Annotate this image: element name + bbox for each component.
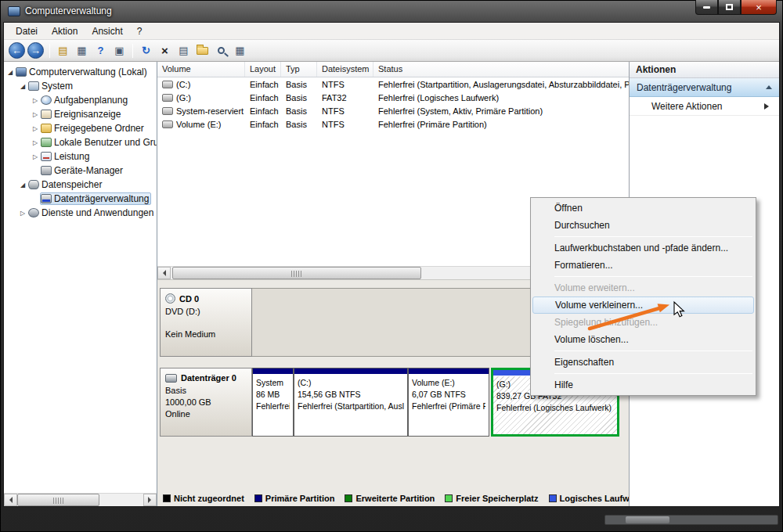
menu-item-eigenschaften[interactable]: Eigenschaften [532, 354, 754, 371]
partition-size: 6,07 GB NTFS [412, 389, 485, 401]
volume-status: Fehlerfrei (Startpartition, Auslagerungs… [373, 80, 629, 89]
partition-e[interactable]: Volume (E:) 6,07 GB NTFS Fehlerfrei (Pri… [408, 368, 489, 437]
minimize-button[interactable] [695, 0, 718, 15]
expand-arrow-icon[interactable]: ◢ [5, 69, 15, 76]
tree-item-dienste-anwendungen[interactable]: ▷ Dienste und Anwendungen [4, 206, 157, 220]
expand-arrow-icon[interactable]: ▷ [31, 111, 40, 118]
menu-item-oeffnen[interactable]: Öffnen [532, 200, 754, 217]
bottom-scrollbar[interactable] [604, 515, 778, 525]
toolbar: ← → ▤ ▦ ? ▣ ↻ × ▤ ▦ [4, 40, 779, 62]
scroll-right-button[interactable] [143, 494, 157, 506]
menu-item-laufwerkbuchstaben[interactable]: Laufwerkbuchstaben und -pfade ändern... [532, 239, 754, 257]
cd-status: Kein Medium [165, 329, 247, 340]
volume-row-system-reserviert[interactable]: System-reserviert Einfach Basis NTFS Feh… [157, 104, 629, 117]
scrollbar-track[interactable] [17, 494, 143, 506]
column-volume[interactable]: Volume [157, 62, 245, 77]
tree-item-geraete-manager[interactable]: Geräte-Manager [4, 164, 157, 178]
menu-item-durchsuchen[interactable]: Durchsuchen [532, 217, 754, 234]
column-status[interactable]: Status [373, 62, 629, 77]
volume-name: Volume (E:) [176, 120, 221, 129]
expand-arrow-icon[interactable]: ▷ [31, 139, 40, 146]
disk0-header[interactable]: Datenträger 0 Basis 1000,00 GB Online [160, 368, 252, 437]
menu-item-volume-loeschen[interactable]: Volume löschen... [532, 331, 754, 348]
column-dateisystem[interactable]: Dateisystem [317, 62, 373, 77]
partition-system[interactable]: System 86 MB Fehlerfrei (System, Aktiv, … [252, 368, 294, 437]
refresh-icon[interactable]: ↻ [137, 42, 155, 59]
scroll-left-button[interactable] [4, 494, 17, 506]
tree-item-label: Lokale Benutzer und Gruppen [54, 137, 157, 148]
volume-row-e[interactable]: Volume (E:) Einfach Basis NTFS Fehlerfre… [157, 117, 629, 131]
partition-name: Volume (E:) [412, 377, 485, 389]
bottom-scrollbar-thumb[interactable] [626, 516, 669, 523]
delete-icon[interactable]: × [156, 42, 174, 59]
expand-arrow-icon[interactable]: ▷ [31, 153, 40, 160]
tree-item-aufgabenplanung[interactable]: ▷ Aufgabenplanung [4, 93, 157, 107]
titlebar[interactable]: Computerverwaltung [0, 0, 783, 22]
actions-group-datentraegerverwaltung[interactable]: Datenträgerverwaltung [630, 78, 779, 97]
menu-aktion[interactable]: Aktion [45, 23, 85, 39]
maximize-button[interactable] [718, 0, 741, 15]
grip-icon [291, 271, 302, 277]
zoom-icon[interactable] [212, 42, 230, 59]
tree-item-lokale-benutzer[interactable]: ▷ Lokale Benutzer und Gruppen [4, 135, 157, 149]
expand-arrow-icon[interactable]: ▷ [18, 210, 27, 217]
menu-separator [554, 373, 752, 374]
console-window-icon[interactable]: ▣ [110, 42, 128, 59]
menu-ansicht[interactable]: Ansicht [85, 23, 129, 39]
volume-list-header: Volume Layout Typ Dateisystem Status [157, 62, 629, 77]
menu-item-hilfe[interactable]: Hilfe [532, 376, 754, 394]
partition-c[interactable]: (C:) 154,56 GB NTFS Fehlerfrei (Startpar… [294, 368, 408, 437]
maximize-icon [726, 4, 733, 10]
actions-weitere-aktionen[interactable]: Weitere Aktionen [630, 97, 779, 116]
console-grid-icon[interactable]: ▦ [231, 42, 249, 59]
cd-rom-header[interactable]: CD 0 DVD (D:) Kein Medium [160, 288, 252, 357]
arrow-right-icon [148, 497, 154, 503]
device-manager-icon [41, 166, 52, 175]
volume-typ: Basis [281, 106, 317, 116]
folder-icon [197, 47, 208, 55]
menu-item-volume-verkleinern[interactable]: Volume verkleinern... [532, 297, 754, 314]
tree-item-computerverwaltung[interactable]: ◢ Computerverwaltung (Lokal) [4, 65, 157, 79]
actions-group-label: Datenträgerverwaltung [637, 82, 731, 93]
expand-arrow-icon[interactable]: ▷ [31, 97, 40, 104]
partition-status: Fehlerfrei (System, Aktiv, Primäre Parti… [256, 401, 290, 412]
tree-item-freigegebene-ordner[interactable]: ▷ Freigegebene Ordner [4, 121, 157, 135]
back-icon[interactable]: ← [9, 42, 25, 59]
event-viewer-icon [41, 110, 52, 119]
tree-horizontal-scrollbar[interactable] [4, 493, 157, 506]
export-list-icon[interactable]: ▤ [54, 42, 72, 59]
tree-item-system[interactable]: ◢ System [4, 79, 157, 93]
show-console-tree-icon[interactable]: ▦ [73, 42, 91, 59]
scrollbar-thumb[interactable] [17, 494, 99, 506]
forward-icon[interactable]: → [27, 42, 44, 59]
menu-item-formatieren[interactable]: Formatieren... [532, 257, 754, 274]
column-typ[interactable]: Typ [281, 62, 317, 77]
menu-hilfe[interactable]: ? [130, 23, 150, 39]
column-layout[interactable]: Layout [245, 62, 281, 77]
scrollbar-thumb[interactable] [172, 267, 421, 279]
volume-status: Fehlerfrei (Logisches Laufwerk) [373, 93, 629, 102]
expand-arrow-icon[interactable]: ▷ [31, 125, 40, 132]
cd-device: DVD (D:) [165, 306, 247, 318]
help-icon[interactable]: ? [92, 42, 110, 59]
properties-icon[interactable]: ▤ [175, 42, 193, 59]
disk-typ: Basis [165, 385, 247, 397]
volume-filesystem: FAT32 [317, 93, 373, 102]
volume-row-g[interactable]: (G:) Einfach Basis FAT32 Fehlerfrei (Log… [157, 91, 629, 104]
tree-item-leistung[interactable]: ▷ Leistung [4, 149, 157, 164]
expand-arrow-icon[interactable]: ◢ [18, 83, 27, 90]
close-button[interactable]: × [741, 0, 777, 15]
cd-name: CD 0 [179, 294, 199, 304]
tree-item-datentraegerverwaltung[interactable]: Datenträgerverwaltung [4, 192, 157, 206]
tree-item-datenspeicher[interactable]: ◢ Datenspeicher [4, 178, 157, 192]
menu-datei[interactable]: Datei [9, 23, 45, 39]
tree-item-ereignisanzeige[interactable]: ▷ Ereignisanzeige [4, 107, 157, 121]
expand-arrow-icon[interactable]: ◢ [18, 182, 27, 189]
menu-separator [554, 350, 752, 351]
performance-icon [41, 152, 52, 161]
scroll-left-button[interactable] [157, 267, 171, 279]
open-folder-icon[interactable] [193, 42, 211, 59]
volume-status: Fehlerfrei (Primäre Partition) [373, 120, 629, 129]
window-title: Computerverwaltung [25, 5, 112, 16]
volume-row-c[interactable]: (C:) Einfach Basis NTFS Fehlerfrei (Star… [157, 77, 629, 91]
